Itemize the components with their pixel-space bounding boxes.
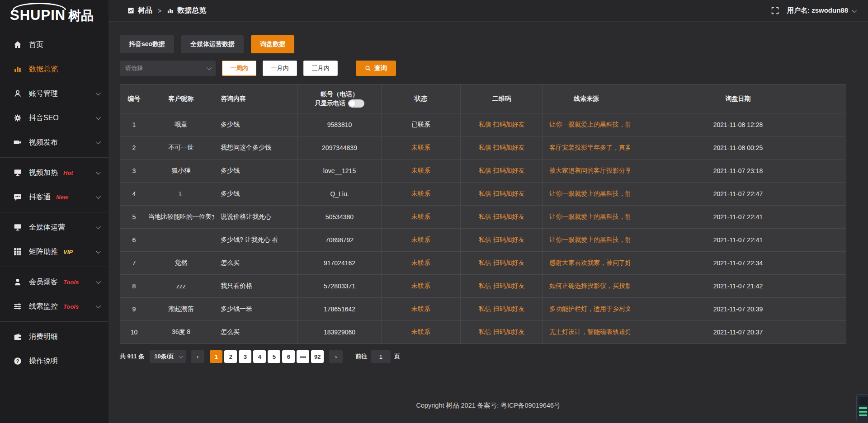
cell-date: 2021-11-07 22:41 [630,229,846,252]
sidebar-item-consumption-detail[interactable]: 消费明细 [0,324,108,349]
cell-qrcode-link[interactable]: 私信 扫码加好友 [461,183,543,206]
page-ellipsis-button[interactable]: ••• [297,350,309,363]
cell-source-link[interactable]: 让你一眼就爱上的黑科技，能... [543,206,630,229]
cell-source-link[interactable]: 感谢大家喜欢我家，被问了好... [543,252,630,275]
cell-source-link[interactable]: 无主灯设计，智能磁吸轨道灯... [543,321,630,344]
cell-date: 2021-11-07 20:37 [630,321,846,344]
cell-date: 2021-11-08 00:25 [630,136,846,160]
chevron-down-icon [96,303,101,308]
cell-source-link[interactable]: 让你一眼就爱上的黑科技，能... [543,229,630,252]
cell-qrcode-link[interactable]: 私信 扫码加好友 [461,206,543,229]
cell-source-link[interactable]: 被大家追着问的客厅投影分享... [543,160,630,183]
cell-nickname: zzz [148,275,214,298]
cell-date: 2021-11-08 12:28 [630,113,846,136]
chevron-down-icon [207,65,212,70]
phone-only-toggle[interactable] [348,99,364,108]
sidebar-item-video-heat[interactable]: 视频加热Hot [0,160,108,185]
sidebar-item-account-management[interactable]: 账号管理 [0,81,108,106]
page-button-3[interactable]: 3 [239,350,251,363]
page-button-92[interactable]: 92 [311,350,324,363]
sidebar-item-home[interactable]: 首页 [0,33,108,57]
fullscreen-icon[interactable] [771,7,779,14]
cell-id: 8 [120,275,148,298]
goto-suffix: 页 [394,352,400,361]
chevron-down-icon [96,169,101,174]
sidebar-item-label: 全媒体运营 [29,223,65,232]
cell-date: 2021-11-07 22:34 [630,252,846,275]
cell-status: 已联系 [382,113,461,136]
cell-qrcode-link[interactable]: 私信 扫码加好友 [461,252,543,275]
tab-inquiry-data[interactable]: 询盘数据 [251,35,294,53]
sidebar-item-matrix-boost[interactable]: 矩阵助推VIP [0,240,108,264]
cell-content: 我想问这个多少钱 [214,136,298,160]
sidebar: SHUPIN树品 首页数据总览账号管理抖音SEO视频发布视频加热Hot抖客通Ne… [0,0,108,423]
cell-status: 未联系 [382,321,461,344]
copyright-text: Copyright 树品 2021 备案号: 粤ICP备09019646号 [416,401,560,410]
chat-icon [14,193,22,201]
page-button-1[interactable]: 1 [210,350,222,363]
page-size-select[interactable]: 10条/页 [150,350,186,363]
cell-qrcode-link[interactable]: 私信 扫码加好友 [461,160,543,183]
cell-content: 多少钱? 让我死心 看 [214,229,298,252]
tab-all-media-data[interactable]: 全媒体运营数据 [181,35,244,53]
cell-qrcode-link[interactable]: 私信 扫码加好友 [461,229,543,252]
main-content: 抖音seo数据全媒体运营数据询盘数据 请选择 一周内一月内三月内 查询 编号 客… [108,0,868,363]
sidebar-item-douketong[interactable]: 抖客通New [0,185,108,209]
cell-qrcode-link[interactable]: 私信 扫码加好友 [461,275,543,298]
pagination: 共 911 条 10条/页 ‹ 123456•••92 › 前往 页 [120,350,846,363]
page-number-group: 123456•••92 [209,350,325,363]
cell-status: 未联系 [382,275,461,298]
phone-toggle-label: 只显示电话 [315,99,345,108]
sidebar-item-all-media-operation[interactable]: 全媒体运营 [0,215,108,240]
cell-source-link[interactable]: 如何正确选择投影仪，买投影... [543,275,630,298]
filter-select[interactable]: 请选择 [120,61,216,76]
cell-content: 怎么买 [214,252,298,275]
chevron-down-icon [96,194,101,199]
username-label: 用户名: zswodun88 [787,6,848,15]
cell-qrcode-link[interactable]: 私信 扫码加好友 [461,298,543,321]
sidebar-item-operation-guide[interactable]: ?操作说明 [0,349,108,373]
page-button-6[interactable]: 6 [282,350,295,363]
table-row: 5当地比较能吃的一位美女说说价格让我死心50534380未联系私信 扫码加好友让… [120,206,846,229]
range-button-one-week[interactable]: 一周内 [222,61,256,76]
monitor-icon [14,223,22,231]
floating-widget[interactable] [856,394,868,421]
next-page-button[interactable]: › [329,350,343,363]
sidebar-item-label: 数据总览 [29,65,58,74]
col-account: 帐号（电话） 只显示电话 [298,85,382,113]
breadcrumb-root[interactable]: 树品 [138,6,152,15]
badge-tools: Tools [63,279,79,286]
total-count: 共 911 条 [120,352,144,361]
cell-qrcode-link[interactable]: 私信 扫码加好友 [461,113,543,136]
cell-source-link[interactable]: 让你一眼就爱上的黑科技，能... [543,113,630,136]
range-button-one-month[interactable]: 一月内 [263,61,297,76]
cell-source-link[interactable]: 客厅安装投影半年多了，真实... [543,136,630,160]
cell-id: 9 [120,298,148,321]
range-button-three-months[interactable]: 三月内 [303,61,338,76]
tab-douyin-seo-data[interactable]: 抖音seo数据 [120,35,174,53]
sidebar-item-video-publish[interactable]: 视频发布 [0,130,108,155]
cell-source-link[interactable]: 多功能护栏灯，适用于乡村文... [543,298,630,321]
sidebar-item-douyin-seo[interactable]: 抖音SEO [0,106,108,130]
filter-select-placeholder: 请选择 [125,64,143,72]
logo-text-cn: 树品 [68,9,94,23]
cell-status: 未联系 [382,252,461,275]
cell-nickname: 觉然 [148,252,214,275]
page-button-5[interactable]: 5 [268,350,280,363]
cell-id: 1 [120,113,148,136]
cell-source-link[interactable]: 让你一眼就爱上的黑科技，能... [543,183,630,206]
cell-status: 未联系 [382,298,461,321]
page-button-2[interactable]: 2 [224,350,237,363]
sidebar-item-data-overview[interactable]: 数据总览 [0,57,108,81]
goto-page-input[interactable] [371,350,391,363]
query-button[interactable]: 查询 [356,61,396,76]
sidebar-item-clue-monitor[interactable]: 线索监控Tools [0,294,108,319]
page-button-4[interactable]: 4 [253,350,266,363]
user-menu[interactable]: 用户名: zswodun88 [787,6,855,15]
sidebar-item-member-baoke[interactable]: 会员爆客Tools [0,270,108,294]
cell-qrcode-link[interactable]: 私信 扫码加好友 [461,321,543,344]
prev-page-button[interactable]: ‹ [191,350,204,363]
cell-account: love__1215 [298,160,382,183]
cell-qrcode-link[interactable]: 私信 扫码加好友 [461,136,543,160]
table-row: 9潮起潮落多少钱一米178651642未联系私信 扫码加好友多功能护栏灯，适用于… [120,298,846,321]
